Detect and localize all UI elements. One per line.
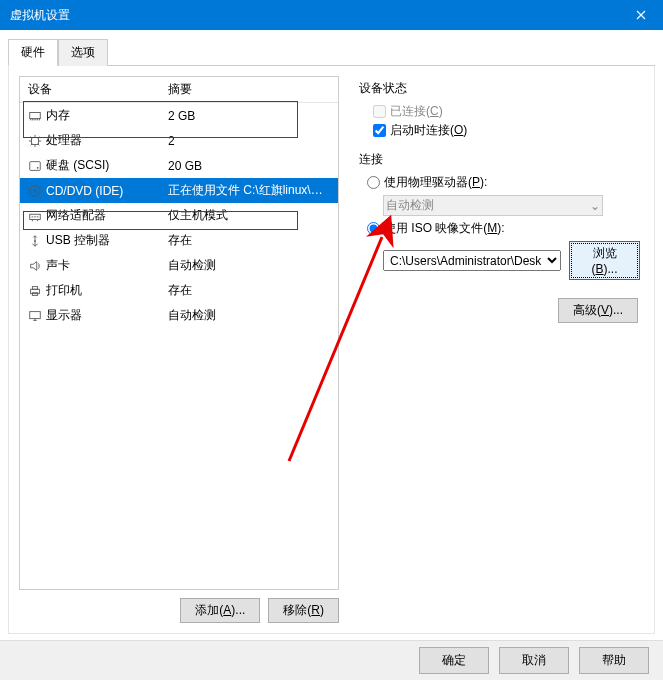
poweron-checkbox-row[interactable]: 启动时连接(O) — [373, 122, 640, 139]
net-icon — [28, 209, 42, 223]
hw-row-usb[interactable]: USB 控制器存在 — [20, 228, 338, 253]
hw-summary: 仅主机模式 — [160, 205, 338, 226]
use-physical-label: 使用物理驱动器(P): — [384, 174, 487, 191]
connected-checkbox-row[interactable]: 已连接(C) — [373, 103, 640, 120]
sound-icon — [28, 259, 42, 273]
cpu-icon — [28, 134, 42, 148]
browse-button[interactable]: 浏览(B)... — [569, 241, 640, 280]
iso-path-select[interactable]: C:\Users\Administrator\Desk — [383, 250, 561, 271]
hw-row-printer[interactable]: 打印机存在 — [20, 278, 338, 303]
hw-summary: 2 — [160, 132, 338, 150]
hw-row-cd[interactable]: CD/DVD (IDE)正在使用文件 C:\红旗linux\红旗... — [20, 178, 338, 203]
content: 硬件 选项 设备 摘要 内存2 GB处理器2硬盘 (SCSI)20 GBCD/D… — [0, 30, 663, 640]
hardware-list: 设备 摘要 内存2 GB处理器2硬盘 (SCSI)20 GBCD/DVD (ID… — [19, 76, 339, 590]
add-button[interactable]: 添加(A)... — [180, 598, 260, 623]
iso-row: C:\Users\Administrator\Desk 浏览(B)... — [383, 241, 640, 280]
hw-row-memory[interactable]: 内存2 GB — [20, 103, 338, 128]
footer: 确定 取消 帮助 — [0, 640, 663, 680]
tabs: 硬件 选项 — [8, 38, 655, 66]
col-device: 设备 — [20, 77, 160, 102]
hw-label: 声卡 — [46, 257, 70, 274]
hw-row-cpu[interactable]: 处理器2 — [20, 128, 338, 153]
hw-header: 设备 摘要 — [20, 77, 338, 103]
hw-label: USB 控制器 — [46, 232, 110, 249]
hw-row-display[interactable]: 显示器自动检测 — [20, 303, 338, 328]
disk-icon — [28, 159, 42, 173]
use-iso-radio[interactable] — [367, 222, 380, 235]
physical-drive-select: 自动检测 ⌄ — [383, 195, 603, 216]
display-icon — [28, 309, 42, 323]
hw-summary: 正在使用文件 C:\红旗linux\红旗... — [160, 180, 338, 201]
hw-label: 处理器 — [46, 132, 82, 149]
hw-summary: 存在 — [160, 230, 338, 251]
use-iso-radio-row[interactable]: 使用 ISO 映像文件(M): — [367, 220, 640, 237]
hw-summary: 自动检测 — [160, 255, 338, 276]
hw-summary: 20 GB — [160, 157, 338, 175]
left-panel: 设备 摘要 内存2 GB处理器2硬盘 (SCSI)20 GBCD/DVD (ID… — [19, 76, 339, 623]
hw-row-net[interactable]: 网络适配器仅主机模式 — [20, 203, 338, 228]
right-panel: 设备状态 已连接(C) 启动时连接(O) 连接 使用物理驱动器(P): 自动检测… — [349, 76, 644, 623]
chevron-down-icon: ⌄ — [590, 199, 600, 213]
use-iso-label: 使用 ISO 映像文件(M): — [384, 220, 505, 237]
hw-row-sound[interactable]: 声卡自动检测 — [20, 253, 338, 278]
left-buttons: 添加(A)... 移除(R) — [19, 598, 339, 623]
advanced-row: 高级(V)... — [359, 298, 640, 323]
memory-icon — [28, 109, 42, 123]
hw-summary: 2 GB — [160, 107, 338, 125]
printer-icon — [28, 284, 42, 298]
physical-drive-select-wrap: 自动检测 ⌄ — [383, 195, 603, 216]
ok-button[interactable]: 确定 — [419, 647, 489, 674]
poweron-label: 启动时连接(O) — [390, 122, 467, 139]
use-physical-radio-row[interactable]: 使用物理驱动器(P): — [367, 174, 640, 191]
hw-label: 硬盘 (SCSI) — [46, 157, 109, 174]
usb-icon — [28, 234, 42, 248]
hw-label: CD/DVD (IDE) — [46, 184, 123, 198]
hw-row-disk[interactable]: 硬盘 (SCSI)20 GB — [20, 153, 338, 178]
connected-label: 已连接(C) — [390, 103, 443, 120]
remove-button[interactable]: 移除(R) — [268, 598, 339, 623]
use-physical-radio[interactable] — [367, 176, 380, 189]
col-summary: 摘要 — [160, 77, 338, 102]
hw-summary: 存在 — [160, 280, 338, 301]
close-button[interactable] — [618, 0, 663, 30]
hw-rows: 内存2 GB处理器2硬盘 (SCSI)20 GBCD/DVD (IDE)正在使用… — [20, 103, 338, 328]
advanced-button[interactable]: 高级(V)... — [558, 298, 638, 323]
hw-label: 内存 — [46, 107, 70, 124]
window-title: 虚拟机设置 — [10, 7, 70, 24]
cancel-button[interactable]: 取消 — [499, 647, 569, 674]
status-label: 设备状态 — [359, 80, 640, 97]
tab-body: 设备 摘要 内存2 GB处理器2硬盘 (SCSI)20 GBCD/DVD (ID… — [8, 66, 655, 634]
hw-label: 显示器 — [46, 307, 82, 324]
cd-icon — [28, 184, 42, 198]
connected-checkbox — [373, 105, 386, 118]
hw-label: 网络适配器 — [46, 207, 106, 224]
hw-summary: 自动检测 — [160, 305, 338, 326]
titlebar: 虚拟机设置 — [0, 0, 663, 30]
tab-options[interactable]: 选项 — [58, 39, 108, 66]
tab-hardware[interactable]: 硬件 — [8, 39, 58, 66]
help-button[interactable]: 帮助 — [579, 647, 649, 674]
hw-label: 打印机 — [46, 282, 82, 299]
poweron-checkbox[interactable] — [373, 124, 386, 137]
connect-label: 连接 — [359, 151, 640, 168]
